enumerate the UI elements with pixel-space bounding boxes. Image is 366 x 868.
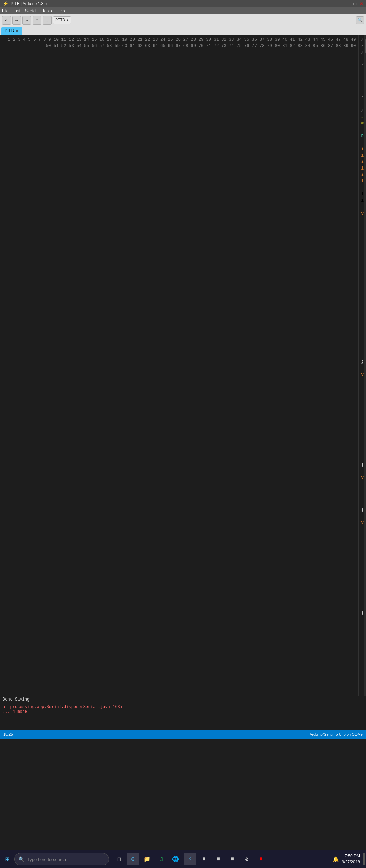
board-status: Arduino/Genuino Uno on COM9 [310, 732, 363, 736]
notification-icon[interactable]: 🔔 [333, 856, 339, 862]
code-content[interactable]: //Phone-In-The-Box //A box to keep a hea… [359, 35, 364, 696]
chrome-icon[interactable]: 🌐 [169, 853, 182, 865]
window-title: PITB | Arduino 1.8.5 [11, 1, 47, 6]
windows-start-button[interactable]: ⊞ [1, 853, 14, 865]
menu-bar: File Edit Sketch Tools Help [0, 7, 366, 14]
title-bar-left: ⚡ PITB | Arduino 1.8.5 [3, 1, 47, 6]
chevron-down-icon: ▾ [66, 18, 69, 23]
status-bar: 18/25 Arduino/Genuino Uno on COM9 [0, 730, 366, 739]
title-bar-controls: ─ □ ✕ [347, 1, 363, 6]
menu-sketch[interactable]: Sketch [25, 8, 38, 13]
close-button[interactable]: ✕ [360, 1, 363, 6]
taskbar: ⊞ 🔍 Type here to search ⧉ e 📁 ♫ 🌐 ⚡ ■ ■ … [0, 850, 366, 868]
scrollbar-thumb[interactable] [365, 39, 366, 53]
app-icon-2[interactable]: ■ [212, 853, 224, 865]
console-line-1: at processing.app.Serial.dispose(Serial.… [3, 705, 363, 709]
maximize-button[interactable]: □ [353, 1, 356, 6]
cursor-position: 18/25 [3, 732, 13, 736]
app-icon-3[interactable]: ■ [226, 853, 239, 865]
done-saving-text: Done Saving [3, 697, 29, 702]
board-name: PITB [55, 18, 65, 23]
search-icon: 🔍 [19, 856, 24, 862]
menu-tools[interactable]: Tools [42, 8, 52, 13]
taskbar-search-box[interactable]: 🔍 Type here to search [14, 853, 109, 865]
serial-monitor-button[interactable]: 🔍 [356, 16, 364, 24]
tab-bar: PITB × [0, 26, 366, 35]
taskbar-right: 🔔 7:50 PM 9/27/2018 [333, 853, 365, 865]
editor-area: 1 2 3 4 5 6 7 8 9 10 11 12 13 14 15 16 1… [0, 35, 366, 696]
board-dropdown[interactable]: PITB ▾ [53, 16, 71, 24]
clock-date: 9/27/2018 [342, 859, 360, 865]
settings-icon[interactable]: ⚙ [241, 853, 253, 865]
editor-wrapper: 1 2 3 4 5 6 7 8 9 10 11 12 13 14 15 16 1… [0, 35, 366, 696]
new-button[interactable]: ↗ [22, 16, 31, 25]
toolbar: ✓ → ↗ ↑ ↓ PITB ▾ 🔍 [0, 14, 366, 26]
minimize-button[interactable]: ─ [347, 1, 350, 6]
line-numbers: 1 2 3 4 5 6 7 8 9 10 11 12 13 14 15 16 1… [0, 35, 359, 696]
done-saving-status: Done Saving [0, 696, 366, 703]
taskbar-clock: 7:50 PM 9/27/2018 [342, 853, 360, 865]
title-bar: ⚡ PITB | Arduino 1.8.5 ─ □ ✕ [0, 0, 366, 7]
show-desktop-button[interactable] [363, 853, 365, 865]
arduino-icon[interactable]: ⚡ [184, 853, 196, 865]
vertical-scrollbar[interactable] [364, 35, 366, 696]
app-icon-1[interactable]: ■ [198, 853, 210, 865]
file-explorer-icon[interactable]: 📁 [141, 853, 153, 865]
console-content: at processing.app.Serial.dispose(Serial.… [0, 703, 366, 730]
app-icon-4[interactable]: ■ [255, 853, 267, 865]
menu-edit[interactable]: Edit [13, 8, 20, 13]
menu-file[interactable]: File [2, 8, 8, 13]
save-button[interactable]: ↓ [43, 16, 52, 25]
open-button[interactable]: ↑ [33, 16, 41, 25]
console-line-2: ... 4 more [3, 709, 363, 714]
tab-close-button[interactable]: × [16, 29, 18, 33]
task-view-button[interactable]: ⧉ [113, 853, 125, 865]
taskbar-pinned-icons: ⧉ e 📁 ♫ 🌐 ⚡ ■ ■ ■ ⚙ ■ [113, 853, 267, 865]
menu-help[interactable]: Help [57, 8, 65, 13]
clock-time: 7:50 PM [342, 853, 360, 859]
search-placeholder: Type here to search [27, 857, 66, 862]
upload-button[interactable]: → [12, 16, 21, 25]
tab-label: PITB [5, 28, 14, 33]
spotify-icon[interactable]: ♫ [155, 853, 167, 865]
verify-button[interactable]: ✓ [2, 16, 11, 25]
edge-icon[interactable]: e [127, 853, 139, 865]
console-area: at processing.app.Serial.dispose(Serial.… [0, 703, 366, 730]
tab-pitb[interactable]: PITB × [1, 27, 22, 35]
app-icon: ⚡ [3, 1, 8, 6]
